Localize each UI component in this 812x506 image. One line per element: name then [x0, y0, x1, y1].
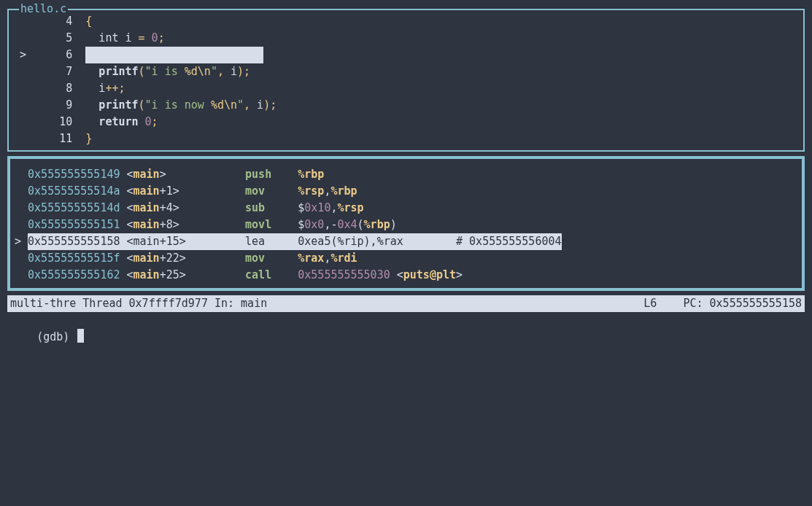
- source-line[interactable]: 7 printf("i is %d\n", i);: [13, 63, 799, 80]
- source-line[interactable]: 9 printf("i is now %d\n", i);: [13, 97, 799, 114]
- assembly-body[interactable]: 0x555555555149<main>push%rbp 0x555555555…: [15, 166, 797, 284]
- asm-line[interactable]: 0x555555555162<main+25>call0x55555555503…: [15, 267, 797, 284]
- asm-line[interactable]: 0x55555555514d<main+4>sub$0x10,%rsp: [15, 200, 797, 217]
- gdb-prompt-row[interactable]: (gdb): [7, 312, 805, 362]
- source-line[interactable]: 5 int i = 0;: [13, 30, 799, 47]
- asm-line[interactable]: >0x555555555158<main+15>lea0xea5(%rip),%…: [15, 233, 797, 250]
- status-left: multi-thre Thread 0x7ffff7d977 In: main: [10, 295, 267, 312]
- asm-line[interactable]: 0x55555555515f<main+22>mov%rax,%rdi: [15, 250, 797, 267]
- source-line[interactable]: 10 return 0;: [13, 114, 799, 131]
- source-body[interactable]: 4 {5 int i = 0; >6 printf("Hello world!\…: [13, 13, 799, 147]
- cursor-icon: [77, 329, 84, 343]
- source-title: hello.c: [19, 1, 68, 17]
- source-panel: hello.c 4 {5 int i = 0; >6 printf("Hello…: [7, 9, 805, 152]
- asm-line[interactable]: 0x555555555149<main>push%rbp: [15, 166, 797, 183]
- asm-line[interactable]: 0x555555555151<main+8>movl$0x0,-0x4(%rbp…: [15, 217, 797, 233]
- status-right: L6 PC: 0x555555555158: [643, 295, 802, 312]
- status-bar: multi-thre Thread 0x7ffff7d977 In: main …: [7, 295, 805, 312]
- source-line[interactable]: 8 i++;: [13, 80, 799, 97]
- source-line[interactable]: 4 {: [13, 13, 799, 30]
- source-line[interactable]: 11 }: [13, 131, 799, 147]
- gdb-prompt: (gdb): [36, 330, 76, 343]
- source-line[interactable]: >6 printf("Hello world!\n");: [13, 47, 799, 63]
- assembly-panel: 0x555555555149<main>push%rbp 0x555555555…: [7, 156, 805, 291]
- asm-line[interactable]: 0x55555555514a<main+1>mov%rsp,%rbp: [15, 183, 797, 200]
